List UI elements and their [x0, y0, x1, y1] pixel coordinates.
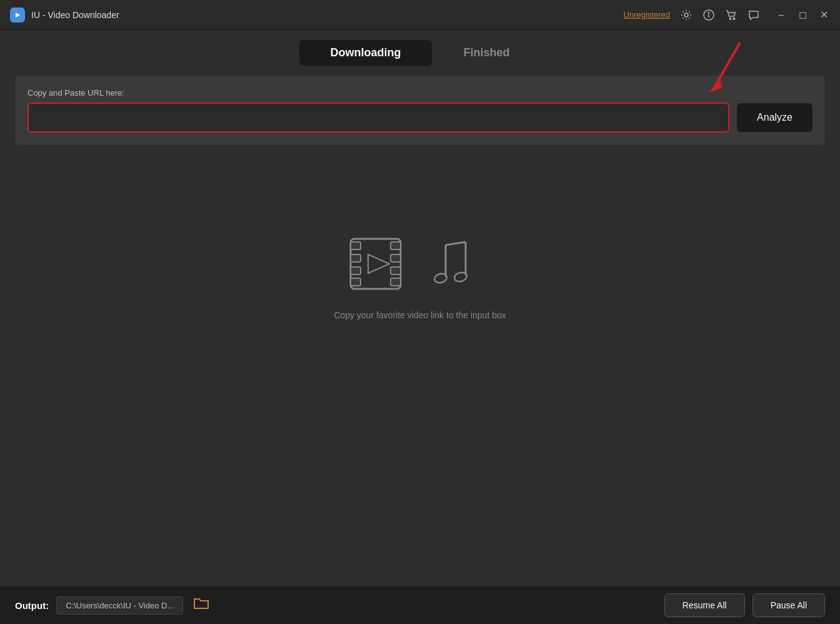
app-icon	[10, 8, 25, 23]
cart-icon[interactable]	[725, 9, 738, 21]
url-label: Copy and Paste URL here:	[28, 88, 812, 98]
info-icon[interactable]	[702, 9, 715, 21]
empty-state: Copy your favorite video link to the inp…	[0, 145, 840, 408]
output-label: Output:	[15, 600, 49, 611]
svg-rect-15	[391, 242, 401, 249]
svg-rect-16	[391, 254, 401, 262]
folder-icon[interactable]	[193, 596, 209, 614]
minimize-button[interactable]: –	[775, 9, 788, 21]
pause-all-button[interactable]: Pause All	[752, 593, 825, 617]
close-button[interactable]: ✕	[818, 9, 830, 21]
gear-icon[interactable]	[680, 9, 692, 21]
svg-point-7	[708, 12, 709, 13]
film-strip-icon	[344, 233, 413, 295]
svg-rect-13	[351, 267, 361, 274]
unregistered-link[interactable]: Unregistered	[624, 10, 670, 19]
url-input[interactable]	[30, 105, 727, 130]
svg-rect-14	[351, 278, 361, 286]
titlebar: IU - Video Downloader Unregistered	[0, 0, 840, 30]
url-input-wrapper	[28, 103, 729, 133]
titlebar-right: Unregistered	[624, 9, 830, 21]
tab-downloading[interactable]: Downloading	[299, 40, 432, 66]
output-path: C:\Users\decck\IU - Video D...	[56, 596, 183, 615]
main-content: Copy and Paste URL here: Analyze	[15, 76, 825, 145]
svg-point-9	[733, 18, 734, 19]
app-title: IU - Video Downloader	[31, 10, 119, 20]
svg-rect-12	[351, 254, 361, 262]
svg-point-4	[684, 13, 688, 17]
svg-rect-17	[391, 267, 401, 274]
music-note-icon	[433, 239, 496, 295]
titlebar-left: IU - Video Downloader	[10, 8, 119, 23]
chat-icon[interactable]	[748, 9, 760, 21]
tabs-container: Downloading Finished	[0, 30, 840, 76]
svg-rect-18	[391, 278, 401, 286]
analyze-button[interactable]: Analyze	[737, 103, 812, 132]
svg-point-8	[729, 18, 731, 19]
window-controls: – ◻ ✕	[775, 9, 830, 21]
svg-point-23	[454, 271, 468, 283]
resume-all-button[interactable]: Resume All	[664, 593, 745, 617]
svg-point-21	[434, 273, 448, 284]
svg-rect-11	[351, 242, 361, 249]
empty-icons	[344, 233, 496, 295]
empty-state-message: Copy your favorite video link to the inp…	[334, 310, 506, 320]
svg-line-24	[446, 242, 466, 245]
svg-marker-19	[368, 254, 389, 273]
bottom-bar: Output: C:\Users\decck\IU - Video D... R…	[0, 586, 840, 624]
url-row: Analyze	[28, 103, 812, 133]
tab-finished[interactable]: Finished	[432, 40, 541, 66]
maximize-button[interactable]: ◻	[796, 9, 809, 21]
